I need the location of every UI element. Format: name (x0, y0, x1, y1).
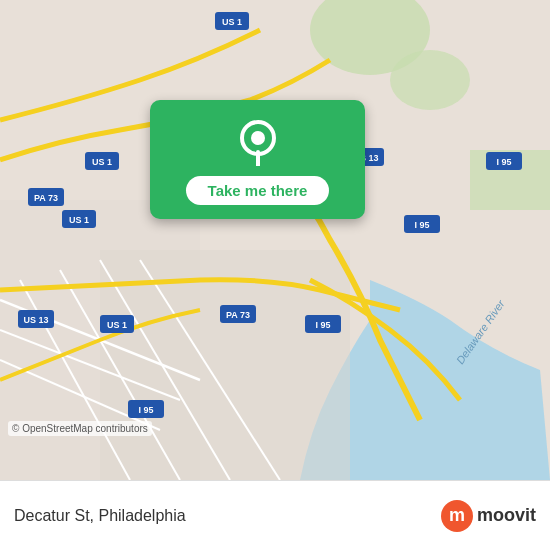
svg-point-2 (390, 50, 470, 110)
moovit-icon: m (441, 500, 473, 532)
svg-text:I 95: I 95 (414, 220, 429, 230)
location-card: Take me there (150, 100, 365, 219)
location-label: Decatur St, Philadelphia (14, 507, 186, 525)
map-container: US 1 US 1 US 1 US 1 PA 73 PA 73 US 13 US… (0, 0, 550, 480)
moovit-brand-name: moovit (477, 505, 536, 526)
svg-text:I 95: I 95 (496, 157, 511, 167)
take-me-there-button[interactable]: Take me there (186, 176, 330, 205)
svg-text:I 95: I 95 (315, 320, 330, 330)
map-svg: US 1 US 1 US 1 US 1 PA 73 PA 73 US 13 US… (0, 0, 550, 480)
svg-text:US 1: US 1 (92, 157, 112, 167)
location-pin-icon (234, 118, 282, 166)
svg-text:PA 73: PA 73 (226, 310, 250, 320)
svg-text:US 1: US 1 (107, 320, 127, 330)
map-attribution: © OpenStreetMap contributors (8, 421, 152, 436)
svg-text:US 1: US 1 (69, 215, 89, 225)
svg-text:US 13: US 13 (23, 315, 48, 325)
svg-text:I 95: I 95 (138, 405, 153, 415)
svg-text:PA 73: PA 73 (34, 193, 58, 203)
moovit-logo: m moovit (441, 500, 536, 532)
svg-point-38 (251, 131, 265, 145)
bottom-bar: Decatur St, Philadelphia m moovit (0, 480, 550, 550)
svg-text:US 1: US 1 (222, 17, 242, 27)
